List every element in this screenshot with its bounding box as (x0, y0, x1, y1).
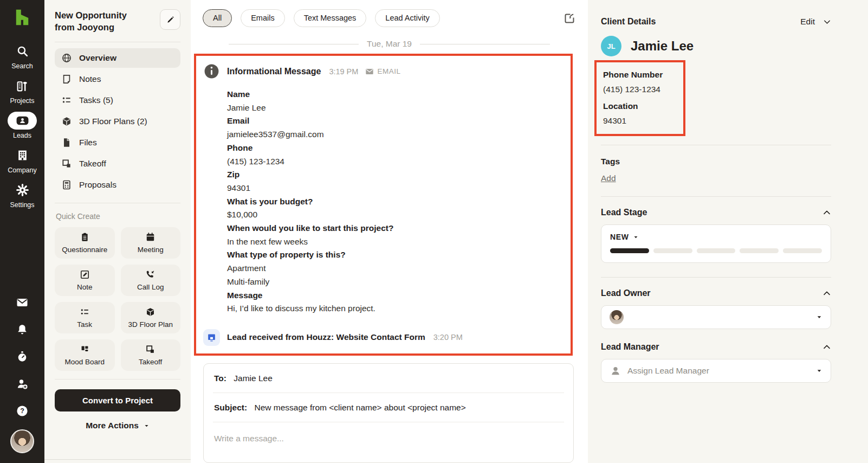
rail-item-projects[interactable]: Projects (8, 77, 37, 105)
help-icon[interactable]: ? (16, 404, 29, 417)
overview-icon (61, 53, 72, 63)
rail-item-leads[interactable]: Leads (8, 112, 37, 139)
message-channel: EMAIL (365, 67, 400, 76)
caret-down-icon (816, 314, 822, 320)
field-value: In the next few weeks (227, 235, 562, 249)
rail-tools: ? (16, 296, 29, 417)
lead-owner-header: Lead Owner (601, 288, 831, 298)
quick-create-call-log-button[interactable]: Call Log (121, 265, 181, 296)
sidebar-item-takeoff[interactable]: Takeoff (55, 154, 180, 173)
quick-create-grid: QuestionnaireMeetingNoteCall LogTask3D F… (55, 227, 180, 371)
stage-segment (653, 248, 692, 253)
compose-card: To: Jamie Lee Subject: New message from … (203, 363, 574, 463)
chevron-up-icon[interactable] (822, 343, 831, 351)
message-field: What type of property is this?ApartmentM… (227, 248, 562, 288)
lead-stage-dropdown[interactable]: NEW (610, 233, 822, 241)
log-activity-icon[interactable] (563, 12, 576, 25)
quick-create-task-button[interactable]: Task (55, 302, 115, 333)
quick-create-mood-board-button[interactable]: Mood Board (55, 339, 115, 371)
add-contact-icon[interactable] (16, 377, 29, 390)
sidebar-item-3d-floor-plans-2[interactable]: 3D Floor Plans (2) (55, 112, 180, 131)
rail-item-company[interactable]: Company (8, 146, 37, 174)
subject-label: Subject: (214, 403, 247, 412)
divider (601, 145, 831, 145)
notifications-icon[interactable] (16, 323, 29, 336)
divider (55, 379, 180, 380)
field-label: Phone (227, 142, 562, 155)
message-fields: NameJamie LeeEmailjamielee3537@gmail.com… (227, 88, 562, 316)
lead-panel-header: New Opportunity from Jooyong (55, 0, 180, 42)
lead-stage-title: Lead Stage (601, 208, 647, 217)
sidebar-item-overview[interactable]: Overview (55, 48, 180, 68)
quick-create-questionnaire-button[interactable]: Questionnaire (55, 227, 115, 259)
quick-create-takeoff-button[interactable]: Takeoff (121, 339, 181, 371)
files-icon (61, 137, 72, 148)
sidebar-item-tasks-5[interactable]: Tasks (5) (55, 91, 180, 110)
activity-feed: AllEmailsText MessagesLead Activity Tue,… (191, 0, 588, 463)
lead-stage-value: NEW (610, 233, 629, 241)
compose-subject-row[interactable]: Subject: New message from <client name> … (213, 393, 564, 422)
field-label: Zip (227, 168, 562, 182)
message-field: When would you like to start this projec… (227, 222, 562, 248)
convert-to-project-button[interactable]: Convert to Project (55, 389, 180, 411)
edit-lead-button[interactable] (160, 9, 180, 30)
filter-text-messages[interactable]: Text Messages (294, 9, 367, 27)
stage-progress (610, 248, 822, 253)
lead-manager-header: Lead Manager (601, 342, 831, 352)
field-label: When would you like to start this projec… (227, 222, 562, 235)
stage-segment (697, 248, 736, 253)
message-header: Informational Message 3:19 PM EMAIL (203, 63, 562, 80)
field-label: What is your budget? (227, 195, 562, 209)
stage-segment (740, 248, 779, 253)
filter-emails[interactable]: Emails (241, 9, 285, 27)
client-details-header: Client Details Edit (601, 0, 831, 27)
rail-item-settings[interactable]: Settings (8, 181, 37, 209)
quick-create-label: Quick Create (56, 212, 179, 221)
add-tag-link[interactable]: Add (601, 173, 616, 183)
date-divider: Tue, Mar 19 (229, 39, 550, 49)
message-field: What is your budget?$10,000 (227, 195, 562, 222)
filter-lead-activity[interactable]: Lead Activity (375, 9, 439, 27)
rail-bottom: ? (10, 296, 34, 463)
rail-item-search[interactable]: Search (8, 42, 37, 70)
detail-value: (415) 123-1234 (603, 85, 677, 94)
compose-to-row[interactable]: To: Jamie Lee (213, 364, 564, 393)
search-icon (8, 42, 37, 60)
annotation-highlight-box: Phone Number(415) 123-1234Location94301 (594, 60, 685, 136)
chevron-up-icon[interactable] (822, 289, 831, 298)
field-value: Multi-family (227, 275, 562, 289)
client-row: JL Jamie Lee (601, 36, 831, 56)
subject-value: New message from <client name> about <pr… (254, 403, 465, 412)
lead-stage-header: Lead Stage (601, 208, 831, 217)
lead-manager-select[interactable]: Assign Lead Manager (601, 359, 831, 383)
quick-create-meeting-button[interactable]: Meeting (121, 227, 181, 259)
lead-received-row[interactable]: Lead received from Houzz: Website Contac… (203, 329, 562, 346)
more-actions-button[interactable]: More Actions (55, 421, 180, 430)
sidebar-item-proposals[interactable]: Proposals (55, 175, 180, 195)
quick-create-3d-floor-plan-button[interactable]: 3D Floor Plan (121, 302, 181, 333)
tasks-5-icon (61, 95, 72, 106)
quick-create-note-button[interactable]: Note (55, 265, 115, 296)
phone-icon (145, 269, 156, 280)
message-input[interactable]: Write a message... (213, 422, 564, 443)
timer-icon[interactable] (16, 350, 29, 363)
user-avatar[interactable] (10, 429, 34, 453)
houzz-logo-icon[interactable] (12, 8, 32, 27)
sidebar-item-notes[interactable]: Notes (55, 69, 180, 89)
lead-owner-select[interactable] (601, 305, 831, 329)
projects-icon (8, 77, 37, 95)
chevron-up-icon[interactable] (822, 208, 831, 217)
mail-icon[interactable] (16, 296, 29, 309)
divider (601, 277, 831, 278)
message-field: Zip94301 (227, 168, 562, 195)
field-value: 94301 (227, 182, 562, 195)
divider (420, 44, 550, 44)
field-label: Message (227, 289, 562, 303)
filter-all[interactable]: All (203, 9, 232, 27)
leads-icon (8, 112, 37, 130)
quick-create-button-label: Takeoff (139, 358, 162, 366)
sidebar-item-files[interactable]: Files (55, 133, 180, 152)
calendar-icon (145, 232, 156, 242)
field-value: Apartment (227, 262, 562, 275)
edit-client-button[interactable]: Edit (800, 17, 831, 27)
